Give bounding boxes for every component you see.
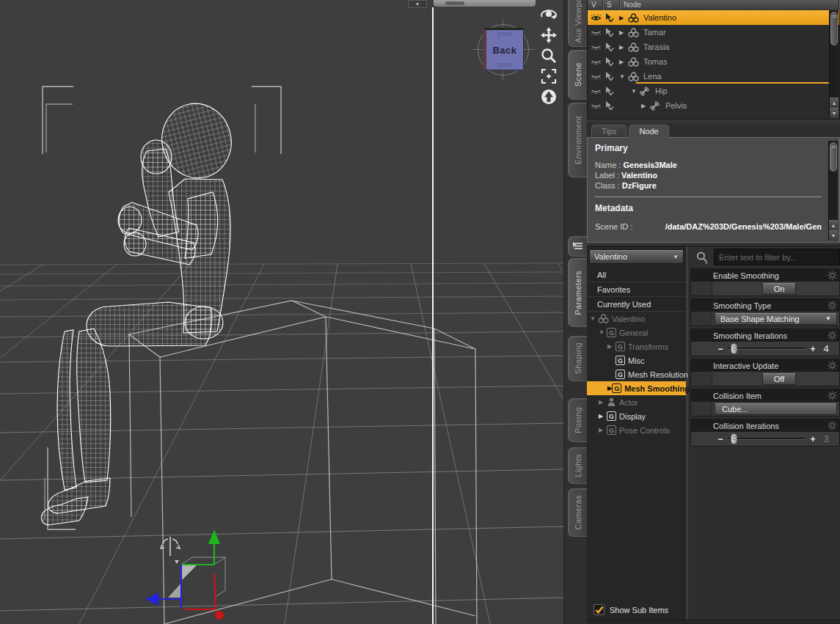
tab-environment[interactable]: Environment: [568, 103, 587, 177]
slider-thumb[interactable]: [731, 343, 737, 354]
smoothing-iterations-slider[interactable]: − + 4: [691, 343, 839, 354]
tree-item-currently-used[interactable]: Currently Used: [587, 297, 686, 312]
eye-closed-icon[interactable]: [591, 29, 605, 37]
animate-cell[interactable]: [691, 282, 712, 296]
slider-track[interactable]: [728, 438, 806, 440]
eye-closed-icon[interactable]: [591, 87, 605, 95]
smoothing-type-select[interactable]: Base Shape Matching ▼: [715, 313, 837, 325]
slider-minus[interactable]: −: [716, 344, 725, 354]
scene-node-row[interactable]: ▶ Tarasia: [588, 40, 839, 54]
column-selectable[interactable]: S: [603, 0, 620, 10]
cursor-check-icon[interactable]: [605, 43, 619, 51]
collapse-arrow-icon[interactable]: ▼: [590, 315, 598, 322]
wireframe-figure[interactable]: [41, 96, 239, 525]
tree-item-valentino[interactable]: ▼ Valentino: [587, 312, 686, 326]
collapse-arrow-icon[interactable]: ▼: [599, 329, 607, 336]
pan-icon[interactable]: [538, 25, 560, 45]
cursor-check-icon[interactable]: [605, 101, 619, 110]
aim-up-icon[interactable]: [538, 87, 560, 106]
scene-node-row[interactable]: ▶ Valentino: [588, 10, 839, 25]
cursor-check-icon[interactable]: [605, 72, 619, 81]
tab-node[interactable]: Node: [629, 125, 668, 138]
toolbar-dropdown-fragment[interactable]: ▼: [408, 0, 427, 8]
filter-input[interactable]: [714, 249, 840, 265]
scene-node-row[interactable]: ▶ Tamar: [588, 25, 839, 40]
tree-item-mesh-smoothing[interactable]: ▶ G Mesh Smoothing: [587, 381, 686, 395]
interactive-update-toggle[interactable]: Off: [762, 373, 796, 385]
column-visible[interactable]: V: [588, 0, 603, 10]
slider-minus[interactable]: −: [716, 434, 725, 444]
frame-icon[interactable]: [538, 66, 560, 86]
slider-value[interactable]: 3: [817, 433, 835, 444]
scene-node-row[interactable]: ▶ Tomas: [588, 54, 839, 69]
scroll-up-arrow[interactable]: ▲: [829, 220, 838, 230]
toolbar-bar-fragment[interactable]: [434, 0, 536, 7]
slider-thumb[interactable]: [731, 433, 737, 444]
tab-posing[interactable]: Posing: [568, 398, 587, 442]
tab-cameras[interactable]: Cameras: [568, 488, 587, 537]
eye-closed-icon[interactable]: [591, 58, 605, 66]
collision-iterations-slider[interactable]: − + 3: [691, 433, 839, 444]
tree-item-general[interactable]: ▼ G General: [587, 326, 686, 339]
gear-icon[interactable]: [828, 301, 837, 310]
tree-item-display[interactable]: ▶ G Display: [587, 409, 686, 423]
tab-scene[interactable]: Scene: [568, 50, 587, 100]
navcube-face-back[interactable]: Back Back Back: [483, 28, 524, 70]
slider-track[interactable]: [728, 348, 806, 350]
slider-value[interactable]: 4: [817, 343, 835, 354]
gear-icon[interactable]: [828, 361, 837, 370]
orbit-icon[interactable]: [538, 4, 560, 24]
scene-node-row[interactable]: ▶ Pelvis: [588, 98, 839, 113]
collapse-arrow-icon[interactable]: ▼: [619, 73, 628, 80]
info-scrollbar[interactable]: ▲ ▼: [828, 141, 838, 241]
eye-closed-icon[interactable]: [591, 73, 605, 81]
eye-open-icon[interactable]: [591, 14, 605, 22]
tree-item-mesh-resolution[interactable]: G Mesh Resolution: [587, 367, 686, 381]
scene-scrollbar[interactable]: ▲ ▼: [829, 10, 839, 118]
expand-arrow-icon[interactable]: ▶: [599, 413, 607, 419]
gear-icon[interactable]: [828, 331, 837, 340]
node-selector-dropdown[interactable]: Valentino ▼: [589, 249, 684, 264]
gear-icon[interactable]: [828, 271, 837, 280]
scroll-down-arrow[interactable]: ▼: [829, 230, 838, 241]
search-icon[interactable]: [690, 249, 714, 265]
tab-aux-viewport[interactable]: Aux Viewport: [568, 0, 587, 47]
show-sub-items-row[interactable]: Show Sub Items: [594, 604, 668, 615]
gizmo-z-axis[interactable]: [184, 573, 216, 609]
column-node[interactable]: Node: [620, 0, 839, 10]
expand-arrow-icon[interactable]: ▶: [619, 59, 628, 65]
tab-tips[interactable]: Tips: [591, 125, 627, 138]
tab-parameters-pane-icon[interactable]: [568, 236, 587, 257]
slider-plus[interactable]: +: [808, 434, 817, 444]
animate-cell[interactable]: [691, 312, 712, 326]
expand-arrow-icon[interactable]: ▶: [619, 29, 628, 36]
collapse-arrow-icon[interactable]: ▼: [631, 88, 640, 95]
expand-arrow-icon[interactable]: ▶: [619, 44, 628, 51]
tree-item-favorites[interactable]: Favorites: [587, 282, 686, 297]
cursor-check-icon[interactable]: [605, 28, 619, 37]
cursor-check-icon[interactable]: [605, 87, 619, 95]
tree-item-actor[interactable]: ▶ Actor: [587, 395, 686, 409]
tree-item-all[interactable]: All: [587, 268, 686, 282]
animate-cell[interactable]: [691, 402, 712, 416]
tab-lights[interactable]: Lights: [568, 447, 587, 484]
gear-icon[interactable]: [828, 391, 837, 400]
cursor-check-icon[interactable]: [605, 57, 619, 66]
show-sub-items-checkbox[interactable]: [594, 604, 605, 615]
info-scrollbar-thumb[interactable]: [830, 142, 837, 172]
collision-item-button[interactable]: Cube...: [715, 403, 837, 415]
view-navigation-cube[interactable]: Back Back Back: [475, 22, 531, 78]
gizmo-plane-handle[interactable]: [181, 565, 197, 581]
scroll-down-arrow[interactable]: ▼: [830, 108, 839, 118]
slider-plus[interactable]: +: [808, 344, 817, 354]
eye-closed-icon[interactable]: [591, 102, 605, 110]
viewport-3d[interactable]: ▼ Back Back Back: [0, 0, 563, 624]
expand-arrow-icon[interactable]: ▶: [599, 399, 607, 405]
expand-arrow-icon[interactable]: ▶: [599, 427, 607, 433]
cursor-check-icon[interactable]: [605, 13, 619, 22]
expand-arrow-icon[interactable]: ▶: [607, 343, 616, 350]
animate-cell[interactable]: [691, 372, 712, 386]
scene-scrollbar-thumb[interactable]: [830, 12, 838, 45]
zoom-icon[interactable]: [538, 45, 560, 65]
gizmo-x-axis[interactable]: [156, 565, 181, 607]
